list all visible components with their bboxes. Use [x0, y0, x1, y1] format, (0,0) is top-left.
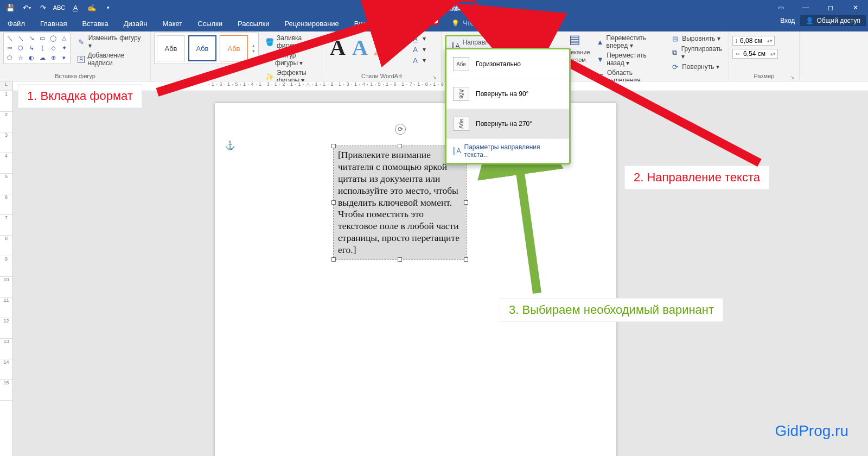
group-wordart-styles: A A A ▴▾ A▾ A▾ A▾ Стили WordArt↘ [322, 31, 442, 81]
shape-style-gallery[interactable]: Абв Абв Абв ▴▾ [154, 33, 259, 64]
ribbon-display-icon[interactable]: ▭ [768, 0, 793, 15]
annotation-3: 3. Выбираем необходимый варинант [500, 299, 723, 321]
tell-me-placeholder: Что вы хотите сделать? [463, 20, 535, 27]
wordart-swatch[interactable]: A [330, 35, 346, 60]
align-icon: ⊟ [671, 34, 679, 43]
undo-icon[interactable]: ↶▾ [20, 2, 34, 14]
effects-icon: ✨ [265, 72, 274, 81]
fill-icon: 🪣 [265, 37, 274, 46]
align-button[interactable]: ⊟Выровнять ▾ [668, 34, 725, 43]
options-icon: ║A [452, 147, 461, 155]
add-textbox-button[interactable]: 🄰Добавление надписи [75, 51, 147, 67]
group-insert-shapes: ＼＼↘▭◯△ ⇨⬡↳{◇✦ ⬠☆◐☁⊕▾ ✎Изменить фигуру ▾ … [0, 31, 151, 81]
wordart-gallery[interactable]: A A A ▴▾ [326, 33, 404, 62]
save-icon[interactable]: 💾 [3, 2, 17, 14]
share-button[interactable]: 👤Общий доступ [800, 15, 866, 26]
gallery-more-icon[interactable]: ▴▾ [251, 35, 256, 61]
resize-handle[interactable] [331, 144, 336, 148]
text-effects-button[interactable]: A▾ [409, 55, 428, 65]
tell-me[interactable]: 💡 Что вы хотите сделать? [451, 15, 535, 31]
minimize-icon[interactable]: — [793, 0, 818, 15]
ruler-corner: L [0, 81, 13, 91]
maximize-icon[interactable]: ◻ [818, 0, 843, 15]
text-outline-button[interactable]: A▾ [409, 45, 428, 54]
dialog-launcher-icon[interactable]: ↘ [432, 74, 437, 80]
resize-handle[interactable] [464, 257, 468, 262]
resize-handle[interactable] [331, 257, 336, 262]
bulb-icon: 💡 [451, 20, 459, 27]
direction-rotate-90[interactable]: Абв Повернуть на 90° [446, 79, 569, 109]
direction-thumb-icon: Абв [453, 87, 469, 101]
tab-insert[interactable]: Вставка [74, 15, 116, 31]
edit-shape-button[interactable]: ✎Изменить фигуру ▾ [75, 34, 147, 50]
text-effects-icon: A [411, 56, 420, 65]
shapes-gallery[interactable]: ＼＼↘▭◯△ ⇨⬡↳{◇✦ ⬠☆◐☁⊕▾ [3, 33, 71, 64]
quick-access-toolbar: 💾 ↶▾ ↷ ABC A ✍ ▾ [0, 2, 118, 14]
text-fill-icon: A [411, 34, 420, 43]
clear-format-icon[interactable]: ABC [52, 2, 66, 14]
tab-design[interactable]: Дизайн [116, 15, 155, 31]
gallery-more-icon[interactable]: ▴▾ [397, 42, 399, 53]
edit-shape-icon: ✎ [77, 37, 86, 46]
position-icon: ▦ [537, 33, 548, 47]
contextual-tab-drawing-tools[interactable]: Средства рисования [396, 0, 477, 15]
tab-review[interactable]: Рецензирование [277, 15, 346, 31]
redo-icon[interactable]: ↷ [36, 2, 50, 14]
tab-layout[interactable]: Макет [155, 15, 190, 31]
shape-fill-button[interactable]: 🪣Заливка фигуры ▾ [263, 34, 318, 50]
style-swatch[interactable]: Абв [220, 35, 248, 61]
signin-link[interactable]: Вход [780, 17, 795, 24]
text-direction-dropdown: Абв Горизонтально Абв Повернуть на 90° А… [445, 48, 571, 164]
font-color-icon[interactable]: A [68, 2, 82, 14]
close-icon[interactable]: ✕ [843, 0, 868, 15]
workspace: L · 1 · 6 · 1 · 5 · 1 · 4 · 1 · 3 · 1 · … [0, 81, 868, 456]
direction-options[interactable]: ║A Параметры направления текста... [446, 139, 569, 163]
text-fill-button[interactable]: A▾ [409, 34, 428, 43]
width-input[interactable]: ↔▴▾ [732, 49, 778, 59]
wordart-swatch[interactable]: A [352, 35, 368, 60]
direction-thumb-icon: Абв [453, 57, 469, 71]
tab-home[interactable]: Главная [33, 15, 74, 31]
direction-rotate-270[interactable]: Абв Повернуть на 270° [446, 109, 569, 139]
direction-thumb-icon: Абв [453, 117, 469, 131]
resize-handle[interactable] [331, 200, 336, 205]
resize-handle[interactable] [398, 144, 402, 148]
bring-forward-button[interactable]: ▲Переместить вперед ▾ [595, 34, 665, 50]
rotate-button[interactable]: ⟳Повернуть ▾ [668, 62, 725, 72]
format-painter-icon[interactable]: ✍ [85, 2, 99, 14]
bring-forward-icon: ▲ [597, 37, 604, 46]
rotate-icon: ⟳ [671, 62, 679, 71]
group-size: ↕▴▾ ↔▴▾ Размер↘ [729, 31, 800, 81]
height-input[interactable]: ↕▴▾ [732, 36, 775, 46]
style-swatch[interactable]: Абв [157, 35, 185, 61]
group-shape-styles: Абв Абв Абв ▴▾ 🪣Заливка фигуры ▾ ✏Контур… [151, 31, 322, 81]
qat-more-icon[interactable]: ▾ [101, 2, 115, 14]
anchor-icon: ⚓ [225, 140, 235, 150]
textbox-icon: 🄰 [77, 55, 85, 64]
group-label: Стили WordArt↘ [326, 72, 438, 81]
tab-file[interactable]: Файл [0, 15, 33, 31]
rotate-handle[interactable]: ⟳ [395, 124, 406, 135]
style-swatch[interactable]: Абв [188, 35, 216, 61]
width-icon: ↔ [735, 50, 741, 58]
tab-view[interactable]: Вид [347, 15, 375, 31]
tab-mailings[interactable]: Рассылки [230, 15, 277, 31]
direction-horizontal[interactable]: Абв Горизонтально [446, 49, 569, 79]
resize-handle[interactable] [464, 200, 468, 205]
group-label: Размер↘ [732, 72, 796, 81]
title-bar: 💾 ↶▾ ↷ ABC A ✍ ▾ Текст примера - Word Ср… [0, 0, 868, 15]
group-button[interactable]: ⧉Группировать ▾ [668, 45, 725, 61]
resize-handle[interactable] [398, 257, 402, 262]
annotation-1: 1. Вкладка формат [18, 85, 142, 107]
share-icon: 👤 [806, 17, 814, 24]
tab-format[interactable]: Формат [396, 14, 439, 25]
watermark: GidProg.ru [775, 422, 848, 440]
outline-icon: ✏ [265, 55, 272, 64]
wordart-swatch[interactable]: A [374, 35, 390, 60]
send-backward-button[interactable]: ▼Переместить назад ▾ [595, 51, 665, 67]
tab-references[interactable]: Ссылки [190, 15, 230, 31]
ruler-vertical[interactable]: 12345 678910 1112131415 [0, 91, 13, 456]
dialog-launcher-icon[interactable]: ↘ [790, 74, 795, 80]
selection-pane-icon: ☰ [597, 72, 604, 81]
shape-outline-button[interactable]: ✏Контур фигуры ▾ [263, 51, 318, 67]
